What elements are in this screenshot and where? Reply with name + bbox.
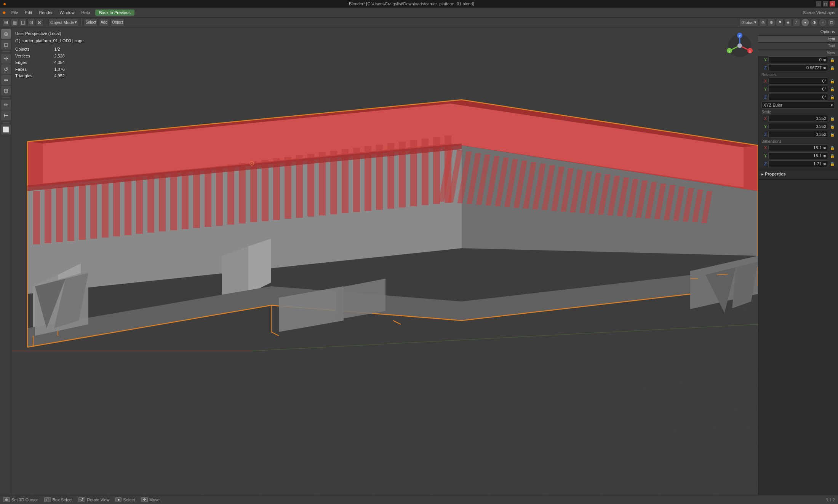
dimensions-x-field[interactable]: 15.1 m [768, 144, 828, 151]
viewport-btn-1[interactable]: ◎ [759, 19, 767, 26]
menu-edit[interactable]: Edit [22, 10, 35, 16]
transform-tool[interactable]: ⊞ [1, 86, 11, 96]
svg-rect-39 [33, 191, 40, 244]
menu-render[interactable]: Render [36, 10, 56, 16]
rotation-x-lock[interactable]: 🔒 [830, 78, 835, 85]
add-menu[interactable]: Add [99, 19, 109, 26]
dimensions-label: Dimensions [761, 139, 835, 144]
object-mode-select[interactable]: Object Mode ▾ [48, 19, 79, 26]
location-z-label: Z [761, 65, 767, 70]
select-label: Select [123, 498, 135, 502]
scale-x-lock[interactable]: 🔒 [830, 115, 835, 122]
wireframe-mode-btn[interactable]: ◻ [827, 18, 836, 27]
viewport-btn-2[interactable]: ⊕ [768, 19, 775, 26]
svg-rect-45 [102, 181, 109, 238]
stats-panel: Objects 1/2 Vertices 2,528 Edges 4,384 F… [15, 46, 84, 79]
dimensions-x-lock[interactable]: 🔒 [830, 144, 835, 151]
dimensions-z-lock[interactable]: 🔒 [830, 160, 835, 167]
rotation-z-field[interactable]: 0° [768, 94, 828, 100]
rendered-mode-btn[interactable]: ○ [819, 18, 827, 27]
close-button[interactable]: × [830, 1, 835, 6]
move-key: ✛ [141, 497, 148, 502]
solid-mode-btn[interactable]: ● [801, 18, 809, 27]
tool-separator-3 [2, 122, 10, 123]
svg-rect-55 [216, 166, 223, 226]
viewport-btn-4[interactable]: ◈ [784, 19, 792, 26]
viewport-mode-icons: ⊞ ▦ ◫ ⊡ ⊠ [2, 19, 43, 26]
rotation-z-label: Z [761, 95, 767, 99]
scale-x-label: X [761, 116, 767, 121]
menu-help[interactable]: Help [78, 10, 93, 16]
cursor-tool[interactable]: ⊕ [1, 29, 11, 39]
dimensions-z-row: Z 1.71 m 🔒 [761, 160, 835, 167]
icon-btn-3[interactable]: ◫ [19, 19, 27, 26]
blender-logo: ● [3, 1, 6, 7]
viewport-info: User Perspective (Local) (1) carrier_pla… [15, 30, 84, 79]
options-button[interactable]: Options [758, 27, 838, 36]
status-select: ● Select [115, 497, 135, 502]
location-z-lock[interactable]: 🔒 [830, 64, 835, 71]
scale-z-lock[interactable]: 🔒 [830, 131, 835, 138]
annotate-tool[interactable]: ✏ [1, 100, 11, 110]
tab-view[interactable]: View [758, 49, 838, 56]
icon-btn-1[interactable]: ⊞ [2, 19, 10, 26]
select-menu[interactable]: Select [84, 19, 98, 26]
dimensions-y-row: Y 15.1 m 🔒 [761, 152, 835, 159]
viewlayer-label: ViewLayer [816, 10, 836, 15]
dimensions-y-lock[interactable]: 🔒 [830, 152, 835, 159]
object-menu[interactable]: Object [110, 19, 125, 26]
scale-y-lock[interactable]: 🔒 [830, 123, 835, 130]
svg-rect-56 [227, 164, 234, 225]
material-mode-btn[interactable]: ◑ [810, 18, 818, 27]
scale-x-row: X 0.352 🔒 [761, 115, 835, 122]
icon-btn-2[interactable]: ▦ [11, 19, 18, 26]
maximize-button[interactable]: □ [823, 1, 828, 6]
scale-z-field[interactable]: 0.352 [768, 131, 828, 138]
back-to-previous-button[interactable]: Back to Previous [95, 10, 134, 16]
global-select[interactable]: Global ▾ [739, 19, 758, 26]
box-select-key: ◻ [44, 497, 51, 502]
euler-mode-select[interactable]: XYZ Euler ▾ [761, 102, 835, 108]
tab-tool[interactable]: Tool [758, 43, 838, 49]
scale-x-field[interactable]: 0.352 [768, 115, 828, 122]
triangles-value: 4,952 [54, 73, 83, 79]
rotation-y-field[interactable]: 0° [768, 86, 828, 93]
svg-rect-52 [182, 171, 189, 229]
titlebar-title: Blender* [C:\Users\Craigslist\Downloads\… [8, 2, 814, 6]
right-panel: ▾ Transform Location X 0 m 🔒 Y 0 m 🔒 Z 0… [758, 36, 838, 495]
titlebar: ● Blender* [C:\Users\Craigslist\Download… [0, 0, 838, 8]
rotation-z-lock[interactable]: 🔒 [830, 94, 835, 100]
dimensions-y-field[interactable]: 15.1 m [768, 152, 828, 159]
svg-rect-44 [90, 183, 97, 239]
rotation-x-field[interactable]: 0° [768, 78, 828, 85]
rotate-key: ↺ [78, 497, 85, 502]
scale-tool[interactable]: ⇔ [1, 75, 11, 85]
location-y-lock[interactable]: 🔒 [830, 56, 835, 63]
rotation-y-lock[interactable]: 🔒 [830, 86, 835, 93]
scale-y-field[interactable]: 0.352 [768, 123, 828, 130]
move-tool[interactable]: ✛ [1, 54, 11, 64]
viewport-gizmo[interactable]: Z X Y [724, 30, 755, 61]
minimize-button[interactable]: − [816, 1, 821, 6]
menu-window[interactable]: Window [56, 10, 77, 16]
add-cube-tool[interactable]: ⬜ [1, 124, 11, 134]
viewport-btn-5[interactable]: ∕ [793, 19, 800, 26]
location-z-field[interactable]: 0.96727 m [768, 64, 828, 71]
tab-item[interactable]: Item [758, 36, 838, 43]
location-y-field[interactable]: 0 m [768, 56, 828, 63]
menu-file[interactable]: File [8, 10, 21, 16]
header-toolbar: ⊞ ▦ ◫ ⊡ ⊠ Object Mode ▾ Select Add Objec… [0, 18, 838, 27]
rotation-y-label: Y [761, 87, 767, 91]
edges-label: Edges [15, 59, 51, 66]
icon-btn-4[interactable]: ⊡ [27, 19, 35, 26]
3d-viewport[interactable]: User Perspective (Local) (1) carrier_pla… [12, 27, 758, 495]
icon-btn-5[interactable]: ⊠ [36, 19, 43, 26]
rotation-z-row: Z 0° 🔒 [761, 94, 835, 100]
dimensions-z-field[interactable]: 1.71 m [768, 160, 828, 167]
divider-1 [46, 19, 46, 26]
viewport-btn-3[interactable]: ⚑ [776, 19, 784, 26]
select-tool[interactable]: ◻ [1, 40, 11, 49]
properties-title[interactable]: ▸ Properties [761, 172, 835, 176]
rotate-tool[interactable]: ↺ [1, 64, 11, 74]
measure-tool[interactable]: ⊢ [1, 110, 11, 120]
